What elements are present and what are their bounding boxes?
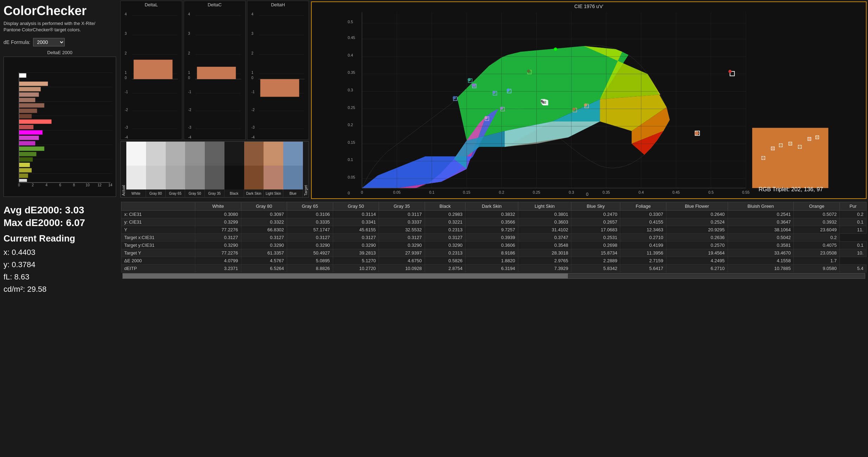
svg-rect-13	[19, 109, 37, 113]
svg-rect-20	[19, 147, 44, 151]
swatch-target-1[interactable]	[146, 166, 166, 189]
cell-0-0: 0.3080	[195, 211, 241, 218]
svg-text:0.2: 0.2	[499, 190, 504, 194]
svg-text:10: 10	[85, 183, 90, 187]
svg-text:12: 12	[97, 183, 102, 187]
svg-text:2: 2	[125, 51, 127, 55]
svg-text:4: 4	[45, 183, 47, 187]
svg-point-199	[762, 156, 765, 160]
cell-0-8: 0.2470	[571, 211, 620, 218]
svg-point-204	[808, 137, 811, 141]
svg-text:4: 4	[125, 12, 127, 16]
swatch-target-2[interactable]	[166, 166, 185, 189]
svg-point-187	[492, 91, 495, 94]
svg-text:-1: -1	[125, 90, 128, 94]
max-stat: Max dE2000: 6.07	[4, 217, 116, 229]
cell-5-5: 0.2313	[425, 249, 465, 257]
swatch-target-0[interactable]	[126, 166, 146, 189]
svg-text:0.3: 0.3	[348, 88, 353, 92]
svg-rect-14	[19, 114, 32, 118]
left-panel: ColorChecker Display analysis is perform…	[0, 0, 120, 200]
cell-1-9: 0.4155	[620, 218, 666, 226]
cell-5-0: 77.2276	[195, 249, 241, 257]
col-header-13: Orange	[794, 202, 840, 211]
cell-7-0: 3.2371	[195, 265, 241, 272]
svg-rect-22	[19, 157, 33, 162]
cell-0-1: 0.3097	[241, 211, 287, 218]
svg-text:0.45: 0.45	[672, 190, 680, 194]
cell-2-6: 9.7257	[465, 226, 518, 234]
svg-point-175	[473, 84, 475, 87]
horizontal-scrollbar[interactable]	[122, 273, 865, 279]
svg-point-177	[468, 78, 471, 81]
swatch-actual-5[interactable]	[224, 142, 244, 166]
cell-7-1: 6.5264	[241, 265, 287, 272]
col-header-2: Gray 80	[241, 202, 287, 211]
svg-text:1: 1	[188, 71, 190, 75]
cell-7-5: 2.8754	[425, 265, 465, 272]
cell-2-9: 12.3463	[620, 226, 666, 234]
swatch-actual-1[interactable]	[146, 142, 166, 166]
svg-text:6: 6	[59, 183, 61, 187]
svg-text:0.45: 0.45	[348, 36, 355, 40]
swatch-target-7[interactable]	[264, 166, 283, 189]
cell-0-7: 0.3801	[518, 211, 571, 218]
swatch-target-4[interactable]	[205, 166, 224, 189]
data-table-panel: WhiteGray 80Gray 65Gray 50Gray 35BlackDa…	[120, 200, 868, 457]
cell-6-5: 0.5826	[425, 257, 465, 265]
svg-text:2: 2	[252, 51, 254, 55]
col-header-10: Foliage	[620, 202, 666, 211]
cell-5-1: 61.3357	[241, 249, 287, 257]
col-header-1: White	[195, 202, 241, 211]
cell-4-4: 0.3290	[379, 242, 425, 249]
swatch-actual-6[interactable]	[244, 142, 264, 166]
cell-4-2: 0.3290	[287, 242, 333, 249]
cell-5-4: 27.9397	[379, 249, 425, 257]
svg-point-190	[554, 47, 557, 51]
delta-h-title: DeltaH	[247, 1, 309, 8]
cell-3-4: 0.3127	[379, 234, 425, 242]
cell-1-10: 0.2524	[666, 218, 728, 226]
cell-1-12: 0.3932	[794, 218, 840, 226]
cell-2-7: 31.4102	[518, 226, 571, 234]
swatch-actual-4[interactable]	[205, 142, 224, 166]
svg-text:-1: -1	[188, 90, 191, 94]
cell-3-1: 0.3127	[241, 234, 287, 242]
swatch-name-5: Black	[224, 189, 244, 197]
svg-rect-15	[19, 120, 51, 124]
cell-3-2: 0.3127	[287, 234, 333, 242]
cell-4-6: 0.3606	[465, 242, 518, 249]
swatch-actual-8[interactable]	[283, 142, 303, 166]
svg-rect-8	[19, 82, 48, 86]
svg-text:-4: -4	[252, 135, 255, 139]
svg-text:0.5: 0.5	[348, 20, 353, 24]
svg-text:0: 0	[361, 190, 363, 194]
de-formula-select[interactable]: 2000 1994 76	[33, 38, 65, 46]
cell-6-3: 5.1270	[333, 257, 379, 265]
swatch-actual-2[interactable]	[166, 142, 185, 166]
swatch-target-6[interactable]	[244, 166, 264, 189]
cell-7-6: 6.3194	[465, 265, 518, 272]
swatch-target-8[interactable]	[283, 166, 303, 189]
swatch-actual-0[interactable]	[126, 142, 146, 166]
stats-panel: Avg dE2000: 3.03 Max dE2000: 6.07 Curren…	[0, 200, 120, 457]
swatch-target-5[interactable]	[224, 166, 244, 189]
svg-text:0: 0	[252, 76, 254, 80]
svg-text:0: 0	[18, 183, 20, 187]
svg-text:3: 3	[125, 32, 127, 36]
delta-l-svg: 4 3 2 1 0 -1 -2 -3 -4	[121, 8, 182, 139]
swatch-actual-3[interactable]	[185, 142, 205, 166]
col-header-3: Gray 65	[287, 202, 333, 211]
cell-2-0: 77.2276	[195, 226, 241, 234]
svg-point-183	[484, 116, 488, 119]
swatch-actual-7[interactable]	[264, 142, 283, 166]
cell-0-5: 0.2983	[425, 211, 465, 218]
avg-max-stats: Avg dE2000: 3.03 Max dE2000: 6.07	[4, 204, 116, 230]
cell-2-1: 66.8302	[241, 226, 287, 234]
cell-5-6: 8.9186	[465, 249, 518, 257]
swatch-name-4: Gray 35	[205, 189, 224, 197]
row-label-5: Target Y	[121, 249, 195, 257]
cell-0-6: 0.3832	[465, 211, 518, 218]
swatch-target-3[interactable]	[185, 166, 205, 189]
svg-rect-26	[19, 73, 26, 78]
